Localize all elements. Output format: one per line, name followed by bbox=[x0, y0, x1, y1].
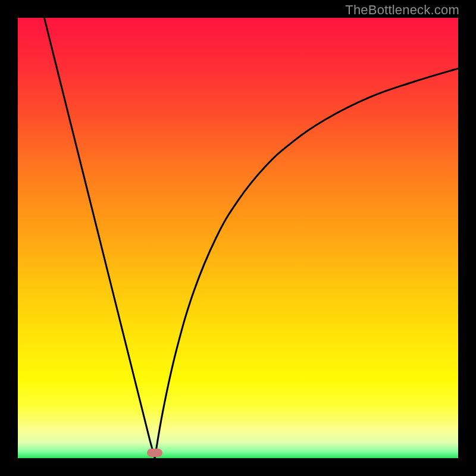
watermark-text: TheBottleneck.com bbox=[345, 2, 459, 18]
chart-frame: TheBottleneck.com bbox=[0, 0, 476, 476]
bottleneck-curve bbox=[44, 18, 458, 458]
optimum-marker bbox=[147, 449, 162, 457]
curve-layer bbox=[18, 18, 458, 458]
plot-area bbox=[18, 18, 458, 458]
